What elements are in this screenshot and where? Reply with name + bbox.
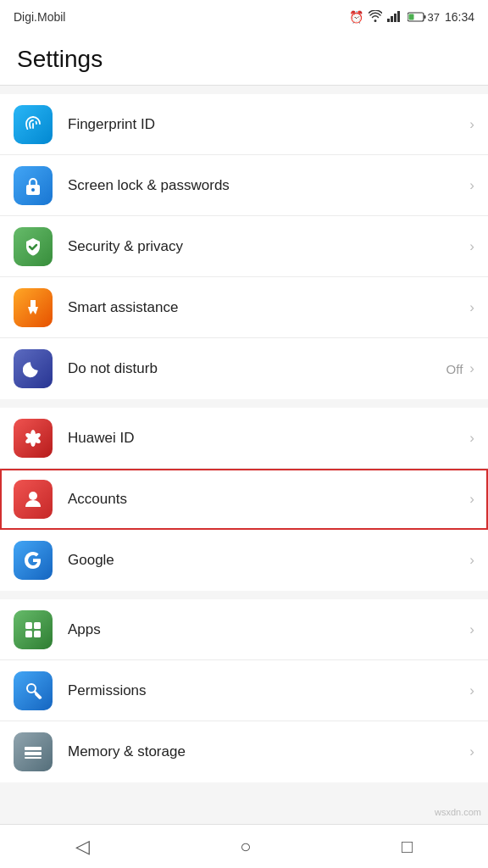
svg-rect-0: [387, 19, 390, 22]
accounts-icon: [14, 480, 53, 519]
apps-label: Apps: [68, 621, 466, 638]
page-title: Settings: [17, 46, 471, 73]
fingerprint-icon: [14, 105, 53, 144]
google-chevron-icon: ›: [469, 552, 474, 569]
google-label: Google: [68, 552, 466, 569]
section-divider-2: [0, 399, 488, 408]
back-button[interactable]: ◁: [55, 829, 110, 865]
svg-rect-24: [25, 752, 42, 755]
settings-item-dnd[interactable]: Do not disturbOff›: [0, 338, 488, 399]
svg-rect-1: [391, 16, 393, 22]
svg-rect-19: [34, 631, 41, 637]
svg-rect-6: [409, 14, 414, 20]
settings-item-security[interactable]: Security & privacy›: [0, 216, 488, 277]
fingerprint-chevron-icon: ›: [469, 116, 474, 133]
time-text: 16:34: [445, 10, 474, 24]
settings-item-smart[interactable]: Smart assistance›: [0, 277, 488, 338]
apps-icon: [14, 610, 53, 649]
wifi-icon: [369, 10, 382, 25]
svg-rect-18: [25, 631, 32, 637]
screenlock-label: Screen lock & passwords: [68, 177, 466, 194]
security-settings-list: Fingerprint ID› Screen lock & passwords›…: [0, 94, 488, 399]
accounts-settings-list: Huawei ID› Accounts› Google›: [0, 408, 488, 591]
apps-chevron-icon: ›: [469, 621, 474, 638]
dnd-label: Do not disturb: [68, 360, 446, 377]
settings-item-accounts[interactable]: Accounts›: [0, 469, 488, 530]
screenlock-chevron-icon: ›: [469, 177, 474, 194]
settings-item-memory[interactable]: Memory & storage›: [0, 721, 488, 782]
svg-rect-25: [25, 757, 42, 759]
settings-item-fingerprint[interactable]: Fingerprint ID›: [0, 94, 488, 155]
security-label: Security & privacy: [68, 238, 466, 255]
settings-item-huawei[interactable]: Huawei ID›: [0, 408, 488, 469]
signal-icon: [387, 10, 402, 25]
smart-chevron-icon: ›: [469, 299, 474, 316]
recent-button[interactable]: □: [381, 829, 433, 865]
huawei-label: Huawei ID: [68, 430, 466, 447]
screenlock-icon: [14, 166, 53, 205]
svg-point-15: [29, 492, 37, 500]
bottom-nav: ◁ ○ □: [0, 824, 488, 868]
status-bar: Digi.Mobil ⏰: [0, 0, 488, 34]
svg-rect-23: [25, 747, 42, 750]
accounts-label: Accounts: [68, 491, 466, 508]
permissions-label: Permissions: [68, 682, 466, 699]
permissions-icon: [14, 671, 53, 710]
alarm-icon: ⏰: [349, 10, 363, 24]
memory-chevron-icon: ›: [469, 743, 474, 760]
smart-icon: [14, 288, 53, 327]
accounts-chevron-icon: ›: [469, 491, 474, 508]
watermark: wsxdn.com: [435, 807, 481, 817]
section-divider-3: [0, 591, 488, 599]
huawei-chevron-icon: ›: [469, 430, 474, 447]
settings-item-screenlock[interactable]: Screen lock & passwords›: [0, 155, 488, 216]
svg-point-8: [31, 188, 35, 192]
dnd-chevron-icon: ›: [469, 360, 474, 377]
content: Digi.Mobil ⏰: [0, 0, 488, 826]
svg-rect-3: [397, 11, 400, 22]
settings-item-permissions[interactable]: Permissions›: [0, 660, 488, 721]
settings-item-google[interactable]: Google›: [0, 530, 488, 591]
svg-rect-2: [394, 14, 396, 22]
home-button[interactable]: ○: [219, 829, 271, 865]
battery-icon: 37: [408, 11, 439, 24]
memory-label: Memory & storage: [68, 743, 466, 760]
svg-rect-17: [34, 622, 41, 629]
smart-label: Smart assistance: [68, 299, 466, 316]
google-icon: [14, 541, 53, 580]
svg-rect-5: [424, 15, 426, 19]
page-title-bar: Settings: [0, 34, 488, 86]
memory-icon: [14, 732, 53, 771]
battery-level: 37: [427, 11, 439, 24]
dnd-status: Off: [446, 362, 463, 376]
security-icon: [14, 227, 53, 266]
status-icons: ⏰: [349, 10, 474, 25]
settings-item-apps[interactable]: Apps›: [0, 599, 488, 660]
dnd-icon: [14, 349, 53, 388]
permissions-chevron-icon: ›: [469, 682, 474, 699]
fingerprint-label: Fingerprint ID: [68, 116, 466, 133]
huawei-icon: [14, 419, 53, 458]
carrier-text: Digi.Mobil: [14, 10, 65, 24]
security-chevron-icon: ›: [469, 238, 474, 255]
section-divider-1: [0, 86, 488, 94]
svg-rect-16: [25, 622, 32, 629]
apps-settings-list: Apps› Permissions› Memory & storage›: [0, 599, 488, 782]
